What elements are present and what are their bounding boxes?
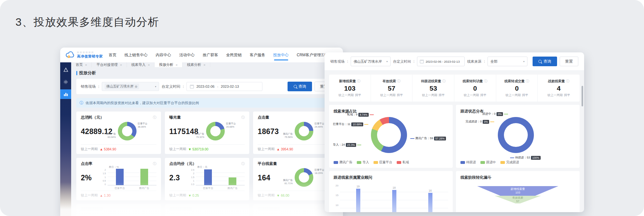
pie-label-juliang: 巨量平台：1110.68% [333,122,368,126]
funnel-stage-valid-leads: 有效线索57 [495,196,541,203]
lead-source-donut [371,117,407,153]
top-navbar: 高净值营销专家 首页 线上销售中心 内容中心 活动中心 推广获客 全民营销 客户… [60,48,343,62]
legend: 腾讯广告 导入 巨量平台 私域 [334,160,409,165]
right-window: 销售现场: 佛山五矿万境水岸▾ 自定义时间: 2023-02-06 - 2023… [325,52,584,212]
close-icon[interactable]: × [204,63,205,67]
nav-item-activity[interactable]: 活动中心 [179,48,195,62]
tab-home[interactable]: 首页× [71,62,92,67]
donut-label-green: 腾讯广告79.32% [186,132,204,139]
metric-card-total-cost: 总消耗（元）ⓘ 42889.12 巨量平台36.06% 腾讯广告63.94% 较… [76,112,161,154]
close-icon[interactable]: × [120,63,122,67]
metric-cards-grid: 总消耗（元）ⓘ 42889.12 巨量平台36.06% 腾讯广告63.94% 较… [76,112,338,200]
search-icon [538,60,542,63]
main-nav: 首页 线上销售中心 内容中心 活动中心 推广获客 全民营销 客户服务 投放中心 … [109,48,321,62]
donut-chart [295,168,313,187]
search-button[interactable]: 查询 [288,82,312,91]
close-icon[interactable]: × [148,63,150,67]
info-icon[interactable]: ⓘ [241,115,245,120]
close-icon[interactable]: × [85,63,87,67]
kpi-row: 新增线索量ⓘ 103 较上一周期持平 有效线索ⓘ 57 较上一周期持平 待跟进线… [329,75,580,102]
metric-value: 2% [81,174,92,182]
site-select[interactable]: 佛山五矿万境水岸⊗ ▾ [102,82,159,91]
suggestion-alert: ⓘ 依据本周期内的投放资效对比来看，建议加大对巨量平台平台的投放比例 [76,98,338,108]
kpi-lost-leads: 战败线索量ⓘ 4 较上一周期持平 [538,75,580,102]
legend-item[interactable]: 完成跟进 [500,160,519,165]
bottom-charts-row: 跟进线索所属置业顾问 2015105191816 线索阶段转化漏斗 新增线索量1… [329,171,580,212]
lead-source-select[interactable]: 全部▾ [488,57,527,66]
faded-cards-row [76,204,338,216]
date-range-input[interactable]: 2023-02-06-2023-02-13 [186,82,262,91]
kpi-pending-leads: 待跟进线索量ⓘ 53 较上一周期持平 [412,75,454,102]
nav-item-all-marketing[interactable]: 全民营销 [226,48,242,62]
date-range-input[interactable]: 2023-02-06 - 2023-02-13 [417,57,465,66]
pie-label-tencent: 腾讯广告：5957.28% [410,136,446,140]
nav-item-promotion[interactable]: 推广获客 [203,48,218,62]
faded-card [165,204,250,216]
legend: 待跟进 跟进中 完成跟进 [460,160,519,165]
donut-label-green: 腾讯广告63.94% [98,132,116,139]
follow-status-donut [498,117,534,153]
filter-bar: 销售现场: 佛山五矿万境水岸⊗ ▾ 自定义时间: 2023-02-06-2023… [76,79,338,94]
brand-logo[interactable]: 高净值营销专家 [65,51,103,59]
slide-canvas: 3、投放效果多维度自动分析 高净值营销专家 首页 线上销售中心 内容中心 活动中… [0,0,644,216]
kpi-valid-leads: 有效线索ⓘ 57 较上一周期持平 [371,75,413,102]
left-sidebar [60,62,71,216]
tag-remove-icon[interactable]: ⊗ [135,85,137,88]
info-icon[interactable]: ⓘ [397,79,401,84]
tab-ad-analysis[interactable]: 投放分析× [155,62,182,67]
sidebar-settings-icon[interactable] [60,77,71,87]
info-icon[interactable]: ⓘ [484,79,488,84]
sidebar-analytics-icon[interactable] [60,89,71,99]
lead-source-card: 线索来源占比 私域：98.74% 巨量平台：1110.68% 导入：2423.3… [329,105,453,168]
bar-chart: 单位：% 21.510.50 巨量平台腾讯广告 [99,165,156,190]
compare-row: 较上一周期▲ 1.30 [81,191,156,198]
chevron-down-icon: ▾ [155,85,156,88]
kpi-new-leads: 新增线索量ⓘ 103 较上一周期持平 [329,75,371,102]
pie-label-pending: 待跟进：53100% [510,156,541,160]
scrollbar[interactable] [582,86,583,106]
metric-value: 164 [258,174,270,182]
legend-item[interactable]: 私域 [397,160,409,165]
legend-item[interactable]: 待跟进 [460,160,476,165]
close-icon[interactable]: × [175,63,177,67]
legend-item[interactable]: 巨量平台 [374,160,392,165]
kpi-deal-converted: 线索转成交量ⓘ 0 较上一周期持平 [496,75,538,102]
compare-row: 较上一周期▲ 3954.90 [258,144,333,151]
info-icon[interactable]: ⓘ [442,79,446,84]
reset-button[interactable]: 重置 [560,57,578,66]
info-icon: ⓘ [80,100,83,106]
tab-platform-management[interactable]: 平台对接管理× [92,62,127,67]
donut-label-blue: 巨量平台20.68% [226,122,243,129]
pie-charts-row: 线索来源占比 私域：98.74% 巨量平台：1110.68% 导入：2423.3… [329,105,580,168]
info-icon[interactable]: ⓘ [153,115,156,120]
pie-label-following: 跟进中：00% [482,112,508,116]
nav-item-home[interactable]: 首页 [109,48,117,62]
sidebar-logo-icon[interactable] [60,65,71,75]
info-icon[interactable]: ⓘ [357,79,361,84]
nav-item-content[interactable]: 内容中心 [156,48,171,62]
legend-item[interactable]: 导入 [357,160,369,165]
tab-lead-analysis[interactable]: 线索分析× [183,62,210,67]
legend-item[interactable]: 跟进中 [480,160,496,165]
nav-item-crm[interactable]: CRM客户管理 [297,48,321,62]
donut-chart [295,122,313,140]
nav-item-online-sales[interactable]: 线上销售中心 [125,48,148,62]
legend-item[interactable]: 腾讯广告 [334,160,352,165]
site-select[interactable]: 佛山五矿万境水岸▾ [351,57,391,66]
brand-name: 高净值营销专家 [77,54,103,59]
info-icon[interactable]: ⓘ [526,79,529,84]
section-title: 投放分析 [76,67,338,79]
compare-row: 较上一周期▼ 66.00 [258,191,333,198]
nav-item-ad-center[interactable]: 投放中心 [273,48,289,62]
metric-card-ctr: 点击率ⓘ 2% 单位：% 21.510.50 巨量平台腾讯广告 较上一周期▲ 1… [76,158,161,200]
tab-lead-import[interactable]: 线索导入× [127,62,155,67]
pie-label-private: 私域：98.74% [347,113,374,117]
kpi-visit-converted: 线索转到访量ⓘ 0 较上一周期持平 [454,75,496,102]
cloud-logo-icon [65,51,75,59]
follow-status-card: 跟进状态分布 跟进中：00% 完成跟进：00% 待跟进：53100% 待跟进 跟… [456,105,580,168]
donut-chart [118,122,137,140]
search-button[interactable]: 查询 [533,57,557,66]
funnel-stage-new-leads: 新增线索量103 [477,186,558,196]
info-icon[interactable]: ⓘ [566,79,569,84]
nav-item-customer-service[interactable]: 客户服务 [250,48,265,62]
